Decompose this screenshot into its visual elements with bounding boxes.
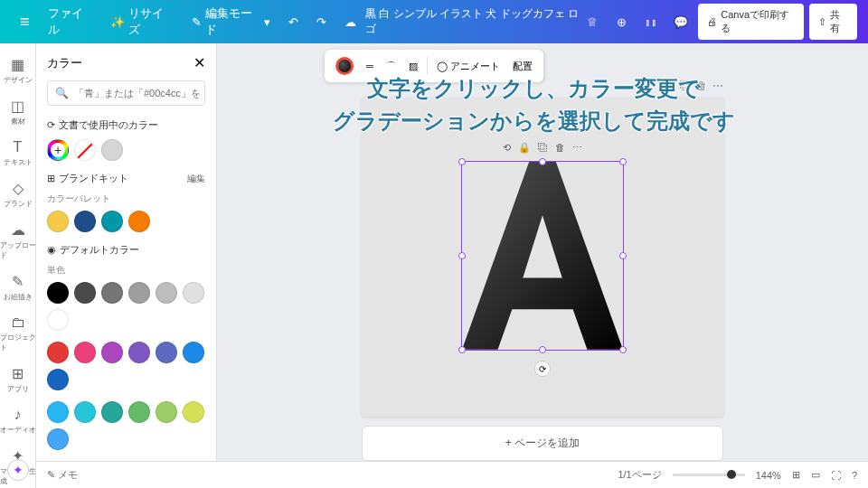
solid-swatches-1 (47, 282, 205, 331)
float-icon[interactable]: ⟲ (503, 142, 511, 154)
canvas-area: 🔒 ⿻ 🗑 ⋯ ⟲ 🔒 ⿻ 🗑 ⋯ ⟳ (217, 43, 868, 461)
collab-icon[interactable]: ⊕ (610, 9, 635, 34)
rail-elements[interactable]: ◫素材 (0, 92, 36, 132)
comment-icon[interactable]: 💬 (669, 9, 693, 34)
color-swatch[interactable] (183, 401, 204, 423)
letter-a-shape[interactable] (462, 162, 623, 350)
color-swatch[interactable] (74, 211, 96, 232)
resize-handle[interactable] (458, 346, 466, 353)
redo-button[interactable]: ↷ (307, 15, 335, 29)
color-swatch[interactable] (47, 282, 69, 304)
ai-sparkle-button[interactable]: ✦ (7, 459, 29, 481)
color-swatch[interactable] (47, 401, 69, 423)
color-swatch[interactable] (156, 282, 177, 304)
resize-handle[interactable] (539, 346, 546, 353)
color-swatch[interactable] (74, 401, 96, 423)
color-search-input[interactable] (74, 88, 199, 99)
search-icon: 🔍 (55, 87, 69, 99)
color-swatch[interactable] (128, 401, 150, 423)
panel-title: カラー (47, 55, 82, 71)
add-color-swatch[interactable] (47, 139, 69, 161)
thumbnail-view-icon[interactable]: ▭ (811, 469, 820, 481)
color-swatch[interactable] (156, 401, 177, 423)
page-more-icon[interactable]: ⋯ (712, 80, 723, 92)
color-swatch[interactable] (47, 309, 69, 331)
undo-button[interactable]: ↶ (279, 15, 307, 29)
resize-handle[interactable] (619, 252, 627, 259)
color-swatch[interactable] (47, 342, 69, 363)
rail-brand[interactable]: ◇ブランド (0, 174, 36, 214)
edit-mode-menu[interactable]: ✎編集モード▾ (183, 5, 279, 38)
color-panel: カラー ✕ 🔍 ⟳文書で使用中のカラー ⊞ブランドキット編集 カラーパレット ◉… (36, 43, 217, 488)
no-color-swatch[interactable] (74, 139, 96, 161)
floating-toolbar: ⟲ 🔒 ⿻ 🗑 ⋯ (503, 142, 582, 154)
page-duplicate-icon[interactable]: ⿻ (680, 80, 691, 92)
float-icon[interactable]: 🔒 (518, 142, 531, 154)
color-swatch[interactable] (101, 211, 123, 232)
file-menu[interactable]: ファイル (39, 5, 102, 38)
color-swatch[interactable] (128, 211, 150, 232)
color-swatch[interactable] (101, 139, 123, 161)
resize-menu[interactable]: ✨リサイズ (101, 5, 182, 38)
palette-swatches (47, 211, 205, 232)
color-swatch[interactable] (128, 282, 150, 304)
resize-handle[interactable] (539, 158, 546, 165)
selection-box[interactable]: ⟲ 🔒 ⿻ 🗑 ⋯ ⟳ (461, 161, 624, 351)
color-search[interactable]: 🔍 (47, 80, 205, 106)
rail-apps[interactable]: ⊞アプリ (0, 360, 36, 399)
doc-color-swatches (47, 139, 205, 161)
help-icon[interactable]: ? (852, 470, 857, 481)
color-swatch[interactable] (183, 342, 204, 363)
page-delete-icon[interactable]: 🗑 (696, 80, 707, 92)
color-swatch[interactable] (101, 282, 123, 304)
zoom-level[interactable]: 144% (756, 470, 781, 481)
solid-swatches-2 (47, 342, 205, 390)
rail-audio[interactable]: ♪オーディオ (0, 401, 36, 440)
color-swatch[interactable] (101, 401, 123, 423)
color-swatch[interactable] (101, 342, 123, 363)
float-icon[interactable]: ⋯ (572, 142, 582, 154)
color-swatch[interactable] (47, 369, 69, 390)
resize-handle[interactable] (619, 158, 627, 165)
print-button[interactable]: 🖨Canvaで印刷する (698, 4, 804, 40)
color-swatch[interactable] (74, 342, 96, 363)
grid-view-icon[interactable]: ⊞ (792, 469, 800, 481)
default-colors-header: ◉デフォルトカラー (47, 243, 139, 257)
rail-upload[interactable]: ☁アップロード (0, 216, 36, 266)
brand-kit-header: ⊞ブランドキット (47, 172, 128, 185)
color-swatch[interactable] (128, 342, 150, 363)
brand-kit-edit[interactable]: 編集 (187, 173, 205, 185)
notes-button[interactable]: ✎ メモ (47, 468, 78, 482)
canvas-page[interactable]: 🔒 ⿻ 🗑 ⋯ ⟲ 🔒 ⿻ 🗑 ⋯ ⟳ (362, 98, 723, 417)
add-page-button[interactable]: + ページを追加 (362, 426, 723, 461)
crown-icon[interactable]: ♕ (580, 9, 605, 34)
color-swatch[interactable] (74, 282, 96, 304)
panel-close[interactable]: ✕ (193, 54, 205, 71)
solid-swatches-3 (47, 401, 205, 450)
solid-label: 単色 (47, 264, 205, 277)
rail-text[interactable]: Tテキスト (0, 134, 36, 173)
resize-handle[interactable] (458, 158, 466, 165)
resize-handle[interactable] (458, 252, 466, 259)
share-button[interactable]: ⇧共有 (809, 4, 857, 40)
rail-design[interactable]: ▦デザイン (0, 51, 36, 90)
float-icon[interactable]: ⿻ (538, 142, 548, 154)
bottom-bar: ✎ メモ 1/1ページ 144% ⊞ ▭ ⛶ ? (36, 461, 868, 488)
analytics-icon[interactable]: ⫾⫾ (639, 9, 664, 34)
color-swatch[interactable] (156, 342, 177, 363)
zoom-slider[interactable] (673, 474, 745, 476)
color-swatch[interactable] (47, 211, 69, 232)
left-rail: ▦デザイン ◫素材 Tテキスト ◇ブランド ☁アップロード ✎お絵描き 🗀プロジ… (0, 43, 36, 488)
rail-draw[interactable]: ✎お絵描き (0, 267, 36, 307)
rotate-handle[interactable]: ⟳ (534, 361, 551, 377)
page-lock-icon[interactable]: 🔒 (661, 80, 675, 92)
fullscreen-icon[interactable]: ⛶ (831, 470, 841, 481)
rail-project[interactable]: 🗀プロジェクト (0, 309, 36, 358)
resize-handle[interactable] (619, 346, 627, 353)
page-counter[interactable]: 1/1ページ (618, 468, 661, 482)
hamburger-menu[interactable]: ≡ (11, 13, 39, 32)
float-icon[interactable]: 🗑 (555, 142, 565, 154)
color-swatch[interactable] (47, 428, 69, 450)
document-title[interactable]: 黒 白 シンプル イラスト 犬 ドッグカフェ ロゴ (365, 6, 580, 37)
color-swatch[interactable] (183, 282, 204, 304)
